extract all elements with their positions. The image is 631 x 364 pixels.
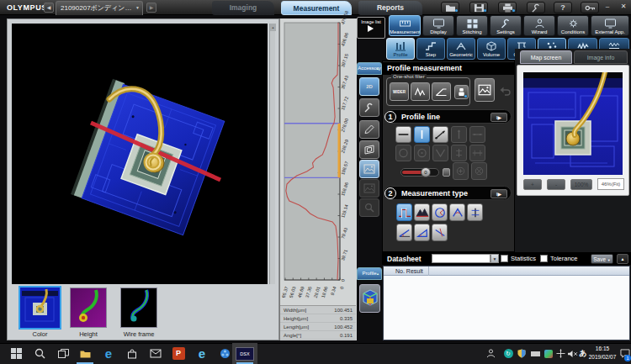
viewport-scrollbar[interactable]: ▲: [269, 24, 275, 284]
taskbar-clock[interactable]: 16:15 2019/02/07: [586, 345, 619, 362]
accessory-perspective-button[interactable]: [359, 140, 379, 159]
start-button[interactable]: [5, 343, 27, 364]
line-position-slider[interactable]: 0: [400, 168, 439, 177]
ribbon-volume-button[interactable]: Volume: [477, 38, 506, 60]
line-vertical-button[interactable]: [414, 126, 430, 143]
open-file-button[interactable]: [441, 2, 459, 13]
profile-line-title: Profile line: [401, 113, 440, 121]
ribbon-stitching-button[interactable]: Stitching: [456, 15, 488, 36]
dsx-app-button[interactable]: DSX: [232, 343, 257, 364]
thumbnail-height[interactable]: [70, 288, 107, 328]
accessory-image-button[interactable]: [359, 160, 379, 178]
powerpoint-button[interactable]: P: [167, 343, 189, 364]
chevron-down-icon[interactable]: ▼: [135, 1, 140, 14]
filter-peaks-button[interactable]: [411, 82, 430, 101]
edge-button[interactable]: e: [98, 343, 119, 364]
mtype-circle-button[interactable]: [432, 203, 448, 221]
slider-step-button[interactable]: [443, 168, 450, 177]
image-list-button[interactable]: Image list: [357, 17, 385, 39]
taskbar-search-button[interactable]: [29, 343, 50, 364]
profile-plot[interactable]: [283, 21, 342, 283]
measurement-type-section: 2 Measurement type I▶: [384, 186, 512, 200]
tab-image-info[interactable]: Image info: [574, 50, 628, 64]
license-button[interactable]: [581, 2, 599, 13]
mtype-step-button[interactable]: [396, 203, 412, 221]
mtype-area-button[interactable]: [414, 203, 430, 221]
store-bag-icon: [127, 349, 137, 359]
statistics-checkbox[interactable]: [501, 255, 508, 262]
tools-button[interactable]: [527, 2, 545, 13]
datasheet-header-row: No. Result: [384, 266, 629, 276]
ribbon-measurement-button[interactable]: Measurement: [389, 15, 421, 36]
ie-icon: e: [199, 346, 205, 361]
profile-panel-tab[interactable]: Profile▲: [357, 267, 382, 280]
ribbon-step-button[interactable]: Step: [416, 38, 445, 60]
line-free-button[interactable]: [432, 126, 448, 143]
profile-line-jump-button[interactable]: I▶: [490, 113, 507, 122]
document-tab-label: 21090207ボンディン…: [61, 4, 132, 12]
filter-wider-button[interactable]: WIDER: [390, 82, 409, 101]
mtype-width-button[interactable]: [467, 203, 483, 221]
save-file-button[interactable]: [469, 2, 488, 13]
thumbnail-wireframe[interactable]: [120, 288, 157, 328]
map-image[interactable]: [523, 72, 623, 175]
tab-reports[interactable]: Reports: [358, 1, 422, 15]
accessory-annotate-button[interactable]: [359, 120, 379, 139]
thumbnail-color[interactable]: [19, 286, 61, 330]
profile-cube-button[interactable]: [359, 284, 380, 313]
datasheet-combo-input[interactable]: [432, 254, 490, 263]
help-button[interactable]: ?: [554, 2, 572, 13]
prev-image-button[interactable]: ◀: [44, 3, 54, 13]
print-button[interactable]: [498, 2, 517, 13]
tray-security-icon[interactable]: [515, 343, 528, 364]
scroll-up-icon[interactable]: ▲: [270, 24, 276, 31]
snapshot-export-button[interactable]: [475, 78, 495, 102]
datasheet-table[interactable]: No. Result: [383, 266, 630, 340]
ribbon-settings-button[interactable]: Settings: [490, 15, 522, 36]
datasheet-collapse-button[interactable]: ▲: [617, 254, 628, 264]
internet-explorer-button[interactable]: e: [191, 343, 213, 364]
magnifier-icon: [363, 203, 375, 213]
tray-update-icon[interactable]: ↻: [501, 343, 515, 364]
line-horizontal-button[interactable]: [395, 126, 411, 143]
tab-map-screen[interactable]: Map screen: [520, 50, 572, 64]
notification-center-button[interactable]: 1: [618, 343, 631, 364]
map-zoom-in-button: +: [523, 179, 542, 190]
accessory-panel-tab[interactable]: Accessory▲: [357, 62, 382, 75]
tab-measurement[interactable]: Measurement: [281, 1, 352, 15]
map-zoom-fit-field[interactable]: 46%(Fit): [597, 178, 624, 190]
3d-viewport[interactable]: [12, 24, 268, 284]
mail-button[interactable]: [145, 343, 167, 364]
mtype-triangle-button[interactable]: [414, 224, 430, 241]
pen-icon: [363, 124, 375, 135]
ribbon-profile-button[interactable]: Profile: [386, 38, 415, 60]
slider-handle[interactable]: 0: [421, 167, 431, 177]
accessory-2d-view-button[interactable]: 2D: [359, 77, 379, 96]
datasheet-combo-dropdown[interactable]: ▼: [490, 254, 499, 263]
tolerance-checkbox[interactable]: [540, 255, 548, 262]
document-tab[interactable]: 21090207ボンディン… ▼: [56, 1, 143, 15]
ribbon-geometric-button[interactable]: Geometric: [447, 38, 475, 60]
mtype-angle-button[interactable]: [449, 203, 465, 221]
next-image-button[interactable]: ▶: [146, 3, 156, 13]
save-dropdown-button[interactable]: Save ▼: [591, 254, 613, 264]
tab-imaging[interactable]: Imaging: [212, 1, 274, 15]
people-button[interactable]: [480, 343, 501, 364]
filter-auto-button[interactable]: [454, 85, 469, 99]
task-view-button[interactable]: [52, 343, 74, 364]
tray-battery-icon[interactable]: [528, 343, 542, 364]
ribbon-external-app-button[interactable]: External App.: [591, 15, 629, 36]
ribbon-conditions-button[interactable]: Conditions: [557, 15, 589, 36]
close-button[interactable]: ✕: [618, 3, 629, 12]
accessory-3d-settings-button[interactable]: [359, 98, 379, 117]
store-button[interactable]: [121, 343, 143, 364]
peaks-icon: [414, 87, 427, 97]
ribbon-wizard-button[interactable]: Wizard: [523, 15, 555, 36]
mtype-slope-button[interactable]: [396, 224, 412, 241]
filter-slope-button[interactable]: [432, 82, 451, 101]
mtype-perpendicular-button[interactable]: [432, 224, 448, 241]
ribbon-display-button[interactable]: Display: [422, 15, 454, 36]
file-explorer-button[interactable]: [74, 343, 96, 364]
minimize-button[interactable]: –: [601, 3, 614, 12]
measurement-type-jump-button[interactable]: I▶: [490, 189, 507, 198]
